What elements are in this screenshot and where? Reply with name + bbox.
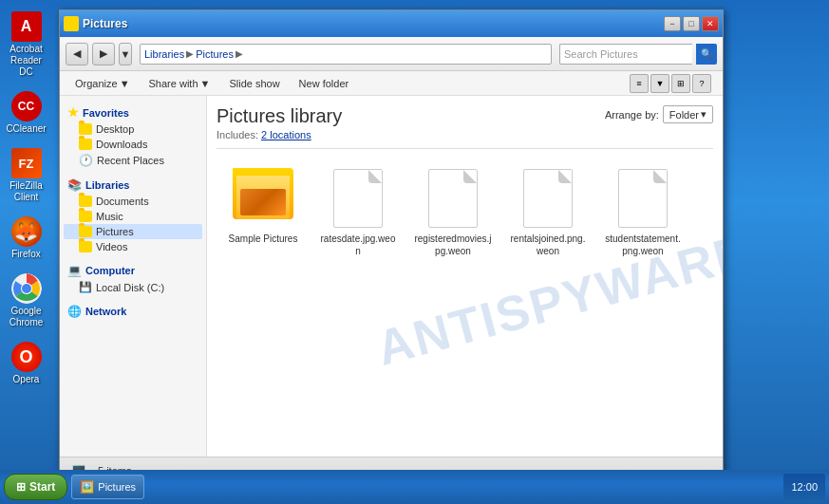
organize-menu[interactable]: Organize ▼ — [67, 76, 138, 91]
libraries-crumb: Libraries — [144, 48, 184, 60]
start-button[interactable]: ⊞ Start — [4, 474, 67, 500]
file-item-studentstatement[interactable]: studentstatement.png.weon — [600, 164, 686, 261]
breadcrumb-sep2: ▶ — [236, 48, 243, 59]
file-item-registeredmovies[interactable]: registeredmovies.jpg.weon — [410, 164, 496, 261]
window-title: Pictures — [83, 17, 127, 30]
firefox-label: Firefox — [11, 249, 41, 260]
sidebar-item-music[interactable]: Music — [64, 209, 202, 224]
svg-point-2 — [22, 284, 31, 293]
view-buttons: ≡ ▼ ⊞ ? — [630, 74, 711, 93]
ratesdate-doc-icon — [328, 168, 388, 229]
network-icon: 🌐 — [67, 305, 82, 318]
main-content: ★ Favorites Desktop Downloads 🕐 Recent P… — [60, 96, 723, 457]
help-button[interactable]: ? — [692, 74, 711, 93]
includes-label: Includes: — [217, 129, 258, 140]
filezilla-label: FileZilla Client — [4, 180, 49, 203]
network-label: Network — [85, 306, 126, 317]
sidebar-item-videos[interactable]: Videos — [64, 239, 202, 254]
sidebar-item-downloads[interactable]: Downloads — [64, 137, 202, 152]
desktop-icon-opera[interactable]: O Opera — [2, 340, 51, 387]
desktop-icon-ccleaner[interactable]: CC CCleaner — [2, 89, 51, 137]
chrome-label: Google Chrome — [4, 306, 49, 328]
close-button[interactable]: ✕ — [702, 16, 719, 31]
opera-icon: O — [11, 342, 42, 372]
file-item-sample-pictures[interactable]: Sample Pictures — [220, 164, 306, 261]
sample-pictures-folder-icon — [233, 168, 293, 229]
arrange-by-label: Arrange by: — [605, 109, 659, 121]
file-item-rentalsjoined[interactable]: rentalsjoined.png.weon — [505, 164, 591, 261]
file-item-ratesdate[interactable]: ratesdate.jpg.weon — [315, 164, 401, 261]
maximize-button[interactable]: □ — [683, 16, 700, 31]
desktop-icon-chrome[interactable]: Google Chrome — [2, 271, 51, 330]
favorites-header[interactable]: ★ Favorites — [64, 103, 202, 121]
desktop-icons: A Acrobat Reader DC CC CCleaner FZ FileZ… — [0, 0, 52, 504]
breadcrumb-sep1: ▶ — [186, 48, 194, 59]
pictures-crumb: Pictures — [196, 48, 234, 60]
sidebar-item-localdisk[interactable]: 💾 Local Disk (C:) — [64, 279, 202, 295]
sample-pictures-label: Sample Pictures — [229, 233, 298, 245]
computer-header[interactable]: 💻 Computer — [64, 262, 202, 279]
studentstatement-label: studentstatement.png.weon — [604, 233, 682, 257]
sidebar-item-pictures[interactable]: Pictures — [64, 224, 202, 239]
slideshow-button[interactable]: Slide show — [221, 76, 287, 91]
chrome-icon — [11, 273, 42, 304]
library-info: Pictures library Includes: 2 locations — [217, 105, 342, 140]
clock: 12:00 — [791, 481, 818, 493]
sidebar-item-documents[interactable]: Documents — [64, 194, 202, 209]
library-title: Pictures library — [217, 105, 342, 127]
arrange-by-chevron: ▾ — [701, 108, 707, 121]
recent-button[interactable]: ▼ — [119, 43, 132, 65]
libraries-section: 📚 Libraries Documents Music Pictures — [64, 177, 202, 254]
desktop-icon-acrobat[interactable]: A Acrobat Reader DC — [2, 9, 51, 80]
taskbar: ⊞ Start 🖼️ Pictures 12:00 — [0, 470, 829, 504]
libraries-label: Libraries — [85, 179, 129, 191]
rentalsjoined-label: rentalsjoined.png.weon — [509, 233, 587, 257]
recent-label: Recent Places — [97, 155, 164, 166]
studentstatement-doc-icon — [612, 168, 673, 229]
back-button[interactable]: ◀ — [66, 43, 88, 65]
disk-icon: 💾 — [79, 281, 92, 293]
registeredmovies-doc-icon — [423, 168, 483, 229]
rentalsjoined-doc-icon — [518, 168, 578, 229]
menu-bar: Organize ▼ Share with ▼ Slide show New f… — [60, 71, 723, 96]
window-icon — [64, 16, 79, 31]
view-details-button[interactable]: ⊞ — [671, 74, 690, 93]
minimize-button[interactable]: − — [664, 16, 681, 31]
view-list-button[interactable]: ≡ — [630, 74, 649, 93]
sidebar-item-recent[interactable]: 🕐 Recent Places — [64, 152, 202, 169]
search-button[interactable]: 🔍 — [696, 44, 717, 65]
forward-button[interactable]: ▶ — [92, 43, 115, 65]
recent-clock-icon: 🕐 — [79, 154, 93, 167]
address-bar[interactable]: Libraries ▶ Pictures ▶ — [140, 44, 552, 65]
search-bar: Search Pictures — [559, 44, 692, 65]
documents-icon — [79, 196, 92, 207]
pictures-icon — [79, 226, 92, 237]
new-folder-button[interactable]: New folder — [292, 76, 357, 91]
organize-chevron: ▼ — [120, 78, 130, 89]
taskbar-task-pictures[interactable]: 🖼️ Pictures — [71, 475, 144, 499]
sidebar-item-desktop[interactable]: Desktop — [64, 121, 202, 137]
title-buttons: − □ ✕ — [664, 16, 719, 31]
music-icon — [79, 211, 92, 222]
computer-icon: 💻 — [67, 264, 82, 277]
library-subtitle: Includes: 2 locations — [217, 129, 342, 140]
title-bar-left: Pictures — [64, 16, 127, 31]
computer-label: Computer — [85, 265, 135, 276]
ratesdate-label: ratesdate.jpg.weon — [319, 233, 397, 257]
share-chevron: ▼ — [200, 78, 211, 89]
desktop-icon-firefox[interactable]: 🦊 Firefox — [2, 215, 51, 262]
view-dropdown-button[interactable]: ▼ — [650, 74, 669, 93]
desktop-folder-icon — [79, 123, 92, 135]
pictures-label: Pictures — [96, 226, 134, 237]
libraries-header[interactable]: 📚 Libraries — [64, 177, 202, 194]
registeredmovies-label: registeredmovies.jpg.weon — [414, 233, 492, 257]
file-grid: Sample Pictures ratesdate.jpg.weon — [217, 160, 713, 265]
libraries-icon: 📚 — [67, 178, 82, 192]
network-header[interactable]: 🌐 Network — [64, 303, 202, 320]
favorites-label: Favorites — [83, 107, 129, 119]
breadcrumb: Libraries ▶ Pictures ▶ — [144, 48, 243, 60]
firefox-icon: 🦊 — [11, 216, 42, 247]
share-menu[interactable]: Share with ▼ — [141, 76, 218, 91]
arrange-by-button[interactable]: Folder ▾ — [663, 105, 713, 123]
desktop-icon-filezilla[interactable]: FZ FileZilla Client — [2, 146, 51, 205]
